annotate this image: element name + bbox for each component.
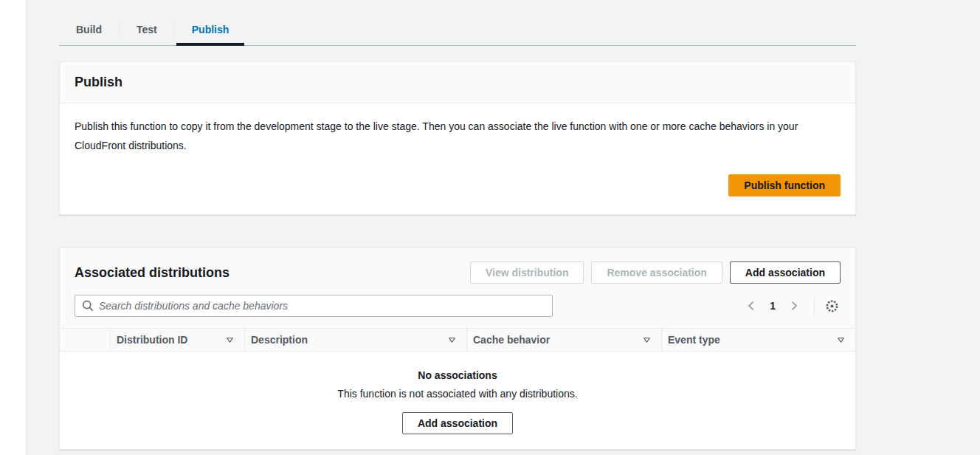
selection-column-header: [60, 329, 110, 351]
publish-function-button[interactable]: Publish function: [728, 174, 841, 196]
search-icon: [82, 300, 94, 312]
search-box[interactable]: [75, 295, 553, 317]
tab-bar: Build Test Publish: [59, 13, 856, 46]
empty-state-message: This function is not associated with any…: [60, 388, 855, 400]
empty-state-add-association-button[interactable]: Add association: [402, 412, 513, 434]
settings-gear-icon[interactable]: [824, 298, 841, 315]
column-header-description[interactable]: Description: [244, 329, 466, 351]
tab-test[interactable]: Test: [120, 13, 174, 45]
publish-panel-body: Publish this function to copy it from th…: [60, 103, 855, 214]
association-actions: View distribution Remove association Add…: [470, 261, 841, 284]
next-page-button[interactable]: [784, 298, 804, 314]
empty-state-title: No associations: [60, 369, 855, 381]
column-label: Cache behavior: [473, 334, 550, 346]
publish-panel: Publish Publish this function to copy it…: [59, 61, 856, 215]
table-header-row: Distribution ID Description Cache behavi…: [60, 328, 855, 352]
filter-dropdown-icon[interactable]: [226, 336, 234, 344]
filter-dropdown-icon[interactable]: [448, 336, 456, 344]
column-label: Distribution ID: [117, 334, 187, 346]
pagination-divider: [814, 296, 815, 315]
column-header-distribution-id[interactable]: Distribution ID: [110, 329, 244, 351]
associated-distributions-title: Associated distributions: [75, 265, 230, 281]
current-page-number[interactable]: 1: [761, 300, 784, 312]
empty-state: No associations This function is not ass…: [60, 352, 855, 449]
column-label: Event type: [668, 334, 720, 346]
add-association-button[interactable]: Add association: [730, 261, 841, 284]
column-header-cache-behavior[interactable]: Cache behavior: [466, 329, 661, 351]
left-panel-rail: [0, 0, 27, 455]
publish-description: Publish this function to copy it from th…: [75, 117, 835, 155]
publish-panel-title: Publish: [60, 62, 855, 103]
filter-dropdown-icon[interactable]: [837, 336, 845, 344]
associated-distributions-panel: Associated distributions View distributi…: [59, 247, 856, 450]
main-content: Build Test Publish Publish Publish this …: [59, 0, 856, 450]
remove-association-button[interactable]: Remove association: [591, 261, 722, 284]
search-input[interactable]: [99, 300, 545, 312]
tab-publish[interactable]: Publish: [175, 13, 246, 45]
filter-dropdown-icon[interactable]: [643, 336, 651, 344]
associated-distributions-header: Associated distributions View distributi…: [60, 248, 855, 328]
previous-page-button[interactable]: [742, 298, 761, 314]
tab-build[interactable]: Build: [59, 13, 119, 45]
column-label: Description: [251, 334, 308, 346]
column-header-event-type[interactable]: Event type: [661, 329, 855, 351]
pagination: 1: [742, 296, 841, 315]
view-distribution-button[interactable]: View distribution: [470, 261, 584, 284]
